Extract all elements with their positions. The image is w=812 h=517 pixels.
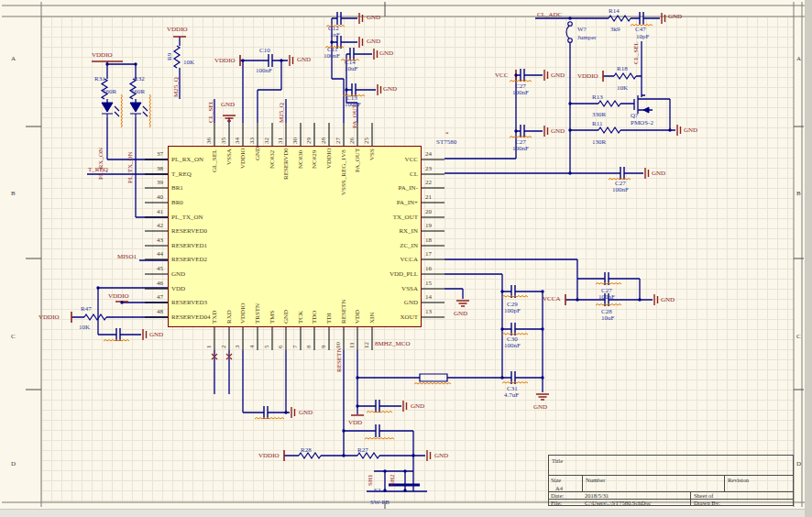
number-label: Number (586, 477, 605, 483)
file-label: File: (551, 500, 562, 506)
drawn-by-label: Drawn By: (694, 500, 720, 506)
file-value: C:\Users\..\ST7580.SchDoc (585, 500, 651, 506)
title-label: Title (552, 457, 563, 464)
revision-label: Revision (728, 477, 749, 483)
sheet-border (2, 2, 805, 509)
title-block: Title Size A4 Number Revision Date: 2018… (548, 455, 794, 506)
right-gutter[interactable] (805, 0, 812, 517)
power-ground-symbols[interactable] (71, 13, 681, 461)
components[interactable] (84, 12, 653, 485)
sheet-label: Sheet of (694, 492, 713, 499)
size-label: Size (551, 477, 561, 483)
schematic-editor-canvas[interactable]: VDDIOR31560RR32560RPL_RX_ONPL_TX_ONVDDIO… (0, 0, 812, 517)
wires (71, 18, 675, 491)
size-value: A4 (555, 485, 563, 491)
bottom-gutter[interactable] (0, 509, 805, 517)
date-value: 2018/5/31 (585, 492, 609, 499)
ic-pin-stubs (145, 123, 444, 350)
schematic-graphics (0, 0, 812, 517)
junction-dots (96, 16, 671, 491)
date-label: Date: (551, 492, 564, 499)
